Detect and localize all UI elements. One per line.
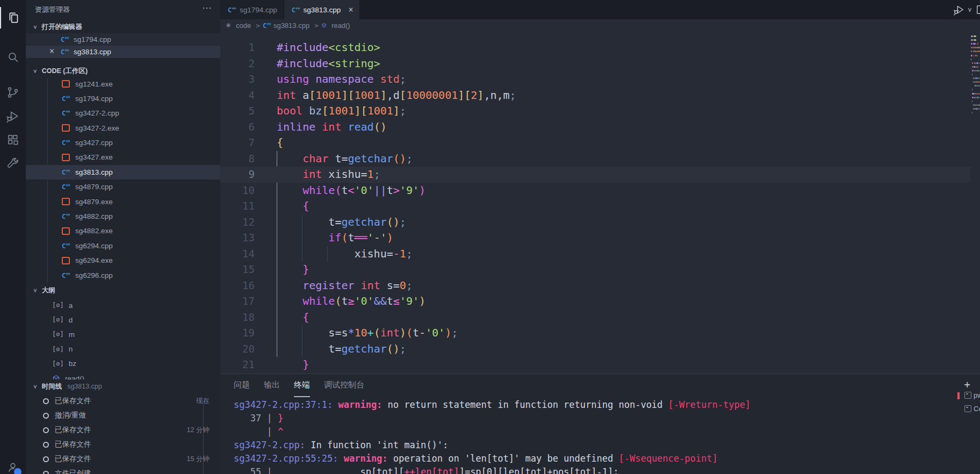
outline-header[interactable]: > 大纲 xyxy=(26,283,220,298)
code-line-6: 6inline int read() xyxy=(220,119,980,135)
tree-item[interactable]: C++sg4882.cpp xyxy=(26,209,220,224)
outline-item[interactable]: [⊘]d xyxy=(26,313,220,327)
workspace-header[interactable]: > CODE (工作区) xyxy=(26,63,220,78)
terminal-line: sg3427-2.cpp:55:25: warning: operation o… xyxy=(234,452,718,465)
action-run-debug[interactable] xyxy=(953,4,965,16)
breadcrumb-item-code[interactable]: code xyxy=(226,21,251,30)
panel-tab-问题[interactable]: 问题 xyxy=(234,374,250,398)
timeline-item[interactable]: 已保存文件15 分钟 xyxy=(26,452,220,466)
terminal-output[interactable]: sg3427-2.cpp:37:1: warning: no return st… xyxy=(220,398,980,474)
more-actions-icon[interactable]: ⋯ xyxy=(202,2,213,14)
tree-item[interactable]: sg4882.exe xyxy=(26,224,220,238)
close-icon[interactable]: × xyxy=(348,5,353,15)
terminal-list-item[interactable]: Co xyxy=(964,402,980,415)
timeline-dot-icon xyxy=(43,442,49,448)
timeline-item[interactable]: 已保存文件现在 xyxy=(26,394,220,408)
activity-item-account[interactable] xyxy=(0,456,26,474)
breadcrumb-item-sg3813.cpp[interactable]: C++sg3813.cpp xyxy=(263,21,309,30)
line-number: 20 xyxy=(220,341,255,357)
panel-tab-调试控制台[interactable]: 调试控制台 xyxy=(324,374,364,398)
line-number: 8 xyxy=(220,151,255,167)
minimap-line xyxy=(971,47,980,48)
tree-item[interactable]: C++sg3813.cpp xyxy=(26,165,220,179)
symbol-variable-icon: [⊘] xyxy=(52,331,64,338)
activity-item-run-debug[interactable] xyxy=(0,105,26,127)
cpp-file-icon: C++ xyxy=(62,212,70,220)
tree-item[interactable]: C++sg4879.cpp xyxy=(26,179,220,194)
terminal-line: sg3427-2.cpp:37:1: warning: no return st… xyxy=(234,398,751,412)
editor-group: C++sg1794.cppC++sg3813.cpp× > code>C++sg… xyxy=(220,0,980,474)
terminal-error-indicator xyxy=(957,392,960,399)
timeline-item-label: 撤消/重做 xyxy=(55,411,86,420)
timeline-file-label: sg3813.cpp xyxy=(67,383,102,390)
outline-item[interactable]: [⊘]bz xyxy=(26,356,220,371)
timeline-header[interactable]: > 时间线 sg3813.cpp xyxy=(26,379,220,393)
activity-item-source-control[interactable] xyxy=(0,82,26,103)
tree-item-label: sg1241.exe xyxy=(75,80,113,88)
activity-item-search[interactable] xyxy=(0,46,26,68)
files-icon xyxy=(7,11,21,25)
open-editors-header[interactable]: > 打开的编辑器 xyxy=(26,20,220,33)
line-number: 21 xyxy=(220,357,255,373)
source-control-icon xyxy=(6,85,20,99)
timeline-dot-icon xyxy=(43,398,49,404)
open-editor-item[interactable]: C++sg1794.cpp xyxy=(26,33,220,46)
open-editor-item[interactable]: ×C++sg3813.cpp xyxy=(26,46,220,58)
tree-item[interactable]: C++sg3427-2.cpp xyxy=(26,106,220,120)
tree-item[interactable]: sg6294.exe xyxy=(26,253,220,268)
code-line-4: 4int a[1001][1001],d[10000001][2],n,m; xyxy=(220,88,980,104)
minimap[interactable] xyxy=(970,31,980,374)
panel-tab-终端[interactable]: 终端 xyxy=(294,374,310,398)
tree-item-label: sg4882.exe xyxy=(75,227,113,235)
outline-item[interactable]: read() xyxy=(26,371,220,380)
timeline-item-label: 文件已创建 xyxy=(55,469,91,474)
terminal-list-item[interactable]: pw xyxy=(964,389,980,402)
line-number: 2 xyxy=(220,56,255,72)
timeline-dot-icon xyxy=(43,471,49,474)
tree-item[interactable]: C++sg6296.cpp xyxy=(26,268,220,283)
file-tree: sg1241.exeC++sg1794.cppC++sg3427-2.cppsg… xyxy=(26,78,220,283)
timeline-item[interactable]: 撤消/重做 xyxy=(26,408,220,423)
cpp-file-icon: C++ xyxy=(62,242,70,250)
outline-item[interactable]: [⊘]n xyxy=(26,342,220,356)
line-number: 15 xyxy=(220,262,255,278)
timeline-item[interactable]: 已保存文件 xyxy=(26,437,220,452)
panel-tab-输出[interactable]: 输出 xyxy=(264,374,280,398)
tree-item[interactable]: C++sg3427.cpp xyxy=(26,135,220,150)
code-line-1: 1#include<cstdio> xyxy=(220,40,980,56)
tree-item[interactable]: sg3427.exe xyxy=(26,150,220,164)
tree-item[interactable]: sg3427-2.exe xyxy=(26,121,220,135)
chevron-down-icon: > xyxy=(967,8,975,12)
activity-item-tools[interactable] xyxy=(0,153,26,174)
exe-file-icon xyxy=(62,124,70,132)
timeline-item[interactable]: 文件已创建 xyxy=(26,466,220,474)
code-line-7: 7{ xyxy=(220,135,980,151)
tree-item[interactable]: C++sg1794.cpp xyxy=(26,91,220,106)
minimap-line xyxy=(971,104,980,106)
code-editor[interactable]: 1#include<cstdio>2#include<string>3using… xyxy=(220,31,980,374)
tab-label: sg3813.cpp xyxy=(304,6,341,14)
tree-item[interactable]: sg4879.exe xyxy=(26,195,220,209)
tree-item[interactable]: sg1241.exe xyxy=(26,78,220,91)
activity-item-files[interactable] xyxy=(0,7,27,28)
tree-item[interactable]: C++sg6294.cpp xyxy=(26,239,220,253)
activity-item-extensions[interactable] xyxy=(0,129,26,150)
outline-item[interactable]: [⊘]m xyxy=(26,327,220,342)
editor-tab-sg3813.cpp[interactable]: C++sg3813.cpp× xyxy=(284,0,361,19)
code-text: #include<cstdio> xyxy=(277,40,380,56)
timeline-item[interactable]: 已保存文件12 分钟 xyxy=(26,423,220,437)
code-text: t=getchar(); xyxy=(277,341,406,357)
breadcrumb-item-read()[interactable]: read() xyxy=(321,21,350,30)
action-split-editor[interactable] xyxy=(976,4,980,16)
editor-tab-sg1794.cpp[interactable]: C++sg1794.cpp xyxy=(220,0,284,19)
outline-item[interactable]: [⊘]a xyxy=(26,298,220,313)
code-line-3: 3using namespace std; xyxy=(220,71,980,88)
minimap-line xyxy=(971,89,973,90)
action-chevron-down[interactable]: > xyxy=(968,6,972,14)
code-line-16: 16 register int s=0; xyxy=(220,278,980,294)
timeline-item-label: 已保存文件 xyxy=(55,454,91,464)
code-line-11: 11 { xyxy=(220,198,980,214)
close-icon[interactable]: × xyxy=(49,46,54,56)
timeline-dot-icon xyxy=(43,427,49,433)
extensions-icon xyxy=(6,133,20,147)
